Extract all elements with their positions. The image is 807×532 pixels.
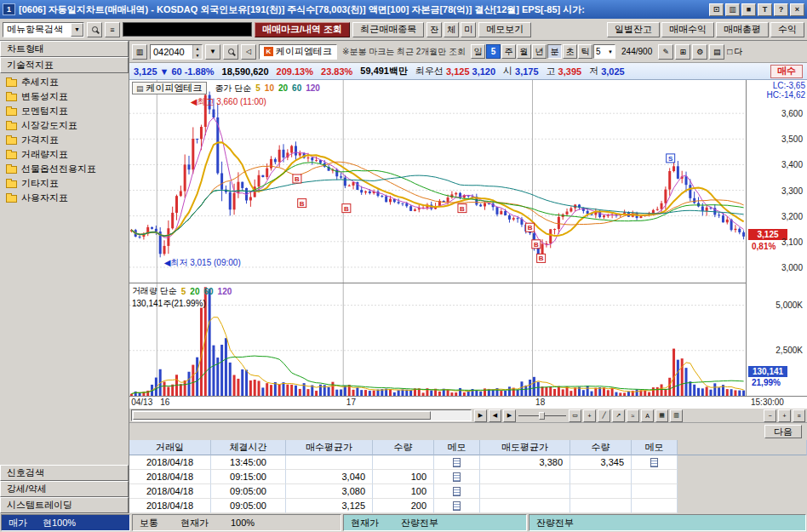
capture-icon[interactable]: ■ (741, 3, 756, 16)
arrow-tool-icon[interactable]: ↗ (612, 409, 625, 422)
table-header-cell-3[interactable]: 수량 (373, 440, 434, 455)
table-header-cell-0[interactable]: 거래일 (129, 440, 211, 455)
period-button-7[interactable]: 틱 (578, 44, 592, 59)
menu-search-combo[interactable]: 메뉴항목검색 ▼ (3, 22, 84, 37)
table-row[interactable]: 2018/04/1813:45:003,3803,345 (129, 455, 807, 470)
help-icon[interactable]: ? (774, 3, 788, 16)
sidebar-item-8[interactable]: 사용자지표 (0, 191, 129, 205)
stock-code-input[interactable]: 042040 ▲▼ (150, 44, 203, 60)
period-button-2[interactable]: 주 (501, 44, 516, 59)
status-field: 100% (231, 518, 255, 528)
table-header-cell-5[interactable]: 매도평균가 (480, 440, 570, 455)
memo-icon[interactable] (453, 472, 461, 482)
period-button-4[interactable]: 년 (532, 44, 547, 59)
daily-balance-button[interactable]: 일별잔고 (607, 22, 660, 37)
stock-search-button[interactable] (223, 44, 238, 60)
recent-trades-button[interactable]: 최근매매종목 (352, 22, 424, 37)
trade-profit-button[interactable]: 매매수익 (661, 22, 714, 37)
scrollbar-thumb[interactable] (133, 411, 431, 420)
period-button-6[interactable]: 초 (563, 44, 577, 59)
chart-scrollbar[interactable] (131, 409, 472, 421)
settings-icon[interactable]: ⚙ (692, 44, 707, 60)
close-icon[interactable]: × (790, 3, 804, 16)
select-tool-icon[interactable]: ▭ (569, 409, 581, 422)
chart-window-button[interactable]: ▥ (132, 44, 147, 60)
period-button-8[interactable]: 5▼ (593, 44, 615, 59)
sidebar-item-5[interactable]: 거래량지표 (0, 147, 129, 162)
tool-icon[interactable]: T (758, 3, 772, 16)
sidebar-item-1[interactable]: 변동성지표 (0, 89, 129, 104)
period-button-1[interactable]: 5 (486, 44, 501, 59)
period-button-5[interactable]: 분 (547, 44, 562, 59)
code-spinner[interactable]: ▲▼ (192, 45, 202, 59)
table-header-cell-6[interactable]: 수량 (570, 440, 632, 455)
open-label: 시 (503, 65, 512, 77)
zoom-slider[interactable] (518, 412, 566, 420)
chart-type-header[interactable]: 차트형태 (0, 41, 129, 57)
table-row[interactable]: 2018/04/1809:15:003,040100 (129, 470, 807, 484)
compare-icon[interactable]: ⊞ (675, 44, 690, 60)
strength-weakness-button[interactable]: 강세/약세 (0, 481, 129, 497)
sidebar-item-3[interactable]: 시장강도지표 (0, 118, 129, 133)
volume-chart[interactable]: 거래량 단순52060120 130,141주(21.99%) (129, 283, 746, 396)
table-header-cell-4[interactable]: 메모 (434, 440, 480, 455)
technical-indicator-header[interactable]: 기술적지표 (0, 57, 129, 73)
sidebar-item-6[interactable]: 선물옵션전용지표 (0, 162, 129, 176)
zoom-out-icon[interactable]: − (764, 409, 776, 422)
crosshair-tool-icon[interactable]: + (583, 409, 596, 422)
memo-icon[interactable] (650, 458, 658, 467)
menu-list-button[interactable]: ≡ (105, 22, 120, 37)
memo-icon[interactable] (453, 458, 461, 467)
position-mini-button-2[interactable]: 미 (461, 22, 476, 37)
table-row[interactable]: 2018/04/1809:05:003,080100 (129, 484, 807, 499)
menu-search-button[interactable] (87, 22, 102, 37)
code-dropdown-button[interactable]: ▼ (205, 44, 220, 60)
chart-style-tool-icon[interactable]: ▥ (670, 409, 683, 422)
layout-icon[interactable]: ⊡ (709, 3, 724, 16)
zoom-in-icon[interactable]: + (778, 409, 791, 422)
pen-icon[interactable]: ✎ (658, 44, 673, 60)
panel-icon[interactable]: ▥ (725, 3, 740, 16)
sidebar-item-0[interactable]: 추세지표 (0, 75, 129, 89)
sidebar-item-4[interactable]: 가격지표 (0, 133, 129, 147)
scroll-step-right-icon[interactable]: ▶ (474, 409, 487, 422)
period-button-3[interactable]: 월 (517, 44, 531, 59)
position-mini-button-1[interactable]: 체 (444, 22, 459, 37)
page-left-icon[interactable]: ◀ (489, 409, 501, 422)
trade-summary-button[interactable]: 매매총평 (716, 22, 769, 37)
tools-menu-icon[interactable]: ≡ (793, 409, 805, 422)
sidebar-item-7[interactable]: 기타지표 (0, 176, 129, 191)
position-mini-button-0[interactable]: 잔 (426, 22, 442, 37)
price-chart[interactable]: BBBBBBBS◀최고 3,660 (11:00)◀최저 3,015 (09:0… (129, 80, 746, 283)
sidebar-item-2[interactable]: 모멘텀지표 (0, 104, 129, 118)
memo-icon[interactable] (453, 501, 461, 511)
chart-stock-tag[interactable]: ▤ 케이피엠테크 (132, 82, 207, 94)
stock-name-box[interactable]: K 케이피엠테크 (259, 44, 337, 60)
chevron-down-icon[interactable]: ▼ (71, 23, 83, 37)
text-tool-icon[interactable]: A (641, 409, 654, 422)
table-row[interactable]: 2018/04/1809:05:003,125200 (129, 499, 807, 513)
table-header-cell-1[interactable]: 체결시간 (211, 440, 286, 455)
trendline-tool-icon[interactable]: ╱ (598, 409, 610, 422)
list-icon[interactable]: ▤ (709, 44, 724, 60)
period-button-0[interactable]: 일 (471, 44, 485, 59)
table-header-cell-7[interactable]: 메모 (632, 440, 678, 455)
wave-tool-icon[interactable]: ≈ (627, 409, 639, 422)
price-axis[interactable]: LC:-3,65 HC:-14,62 3,125 0,81% 130,141 2… (746, 80, 807, 396)
table-header-cell-2[interactable]: 매수평균가 (286, 440, 373, 455)
voice-button[interactable]: ◁ (241, 44, 256, 60)
next-button[interactable]: 다음 (764, 425, 802, 438)
memo-view-button[interactable]: 메모보기 (478, 22, 531, 37)
system-trading-button[interactable]: 시스템트레이딩 (0, 497, 129, 513)
profit-button[interactable]: 수익 (770, 22, 804, 37)
multi-chart-checkbox[interactable]: □ 다 (727, 46, 742, 58)
trade-mark-query-button[interactable]: 매매마크/내역 조회 (255, 22, 350, 37)
page-right-icon[interactable]: ▶ (503, 409, 516, 422)
memo-icon[interactable] (453, 487, 461, 496)
buy-tab[interactable]: 매수 (770, 65, 803, 78)
zoom-slider-thumb[interactable] (539, 412, 545, 420)
title-bar[interactable]: 1 [0606] 자동일지차트(매매내역) - KOSDAQ 외국인보유[191… (0, 0, 807, 19)
signal-search-button[interactable]: 신호검색 (0, 465, 129, 481)
chevron-down-icon[interactable]: ▼ (608, 49, 613, 54)
grid-tool-icon[interactable]: ▦ (655, 409, 668, 422)
